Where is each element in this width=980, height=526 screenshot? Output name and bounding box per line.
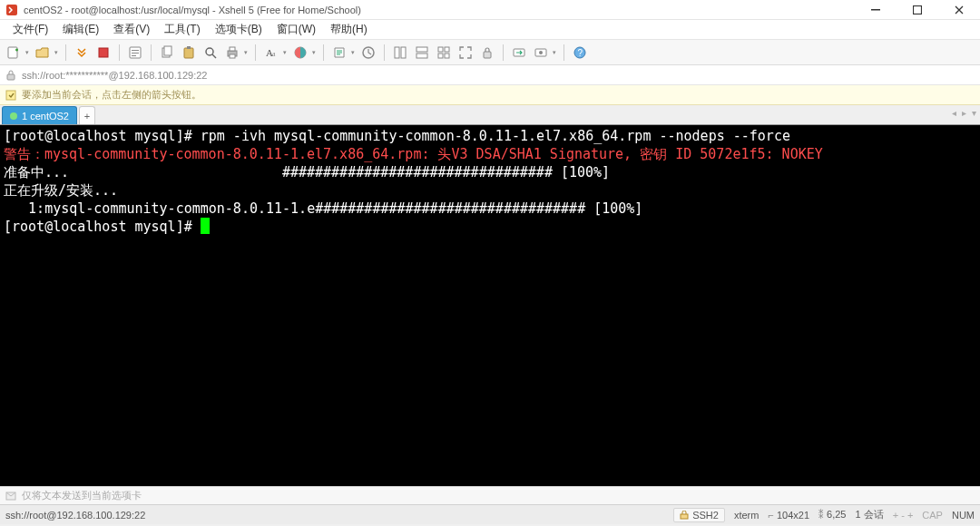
address-bar: ssh://root:***********@192.168.100.129:2… [0,65,980,85]
svg-rect-28 [445,54,449,58]
find-button[interactable] [201,43,220,63]
tile-h-button[interactable] [390,43,410,63]
status-ssh: SSH2 [673,508,725,522]
open-button[interactable] [33,43,53,63]
dropdown-icon[interactable]: ▾ [310,49,318,56]
menu-bar: 文件(F) 编辑(E) 查看(V) 工具(T) 选项卡(B) 窗口(W) 帮助(… [0,20,980,40]
svg-rect-6 [132,50,139,51]
separator [503,44,504,61]
svg-rect-36 [6,91,15,100]
disconnect-button[interactable] [93,43,113,63]
reconnect-button[interactable] [72,43,92,63]
dropdown-icon[interactable]: ▾ [551,49,558,56]
paste-button[interactable] [179,43,199,63]
dropdown-icon[interactable]: ▾ [24,49,31,56]
svg-rect-11 [184,48,193,58]
svg-rect-29 [484,52,491,58]
terminal[interactable]: [root@localhost mysql]# rpm -ivh mysql-c… [0,125,980,486]
menu-help[interactable]: 帮助(H) [323,20,375,39]
window-title: centOS2 - root@localhost:/usr/local/mysq… [24,5,361,15]
print-button[interactable] [222,43,242,63]
svg-rect-15 [230,47,235,51]
dropdown-icon[interactable]: ▾ [349,49,357,56]
separator [564,44,564,61]
info-icon [5,90,16,101]
separator [151,44,152,61]
svg-rect-25 [438,47,443,52]
status-term: xterm [734,510,760,521]
hint-text: 要添加当前会话，点击左侧的箭头按钮。 [22,88,201,102]
color-button[interactable] [290,43,310,63]
svg-rect-16 [230,54,235,58]
tile-grid-button[interactable] [434,43,454,63]
dropdown-icon[interactable]: ▾ [53,49,60,56]
tile-v-button[interactable] [412,43,432,63]
status-pos: ⁑ 6,25 [818,509,846,521]
title-bar: centOS2 - root@localhost:/usr/local/mysq… [0,0,980,20]
session-tab[interactable]: 1 centOS2 [2,106,77,124]
menu-view[interactable]: 查看(V) [106,20,157,39]
add-tab-button[interactable]: + [79,106,95,124]
svg-point-13 [206,48,213,55]
svg-rect-24 [416,54,427,58]
dropdown-icon[interactable]: ▾ [281,49,289,56]
menu-edit[interactable]: 编辑(E) [55,20,106,39]
svg-rect-7 [132,53,139,54]
fullscreen-button[interactable] [456,43,475,63]
status-plus: + - + [893,510,914,521]
status-num: NUM [952,510,975,521]
menu-file[interactable]: 文件(F) [5,20,55,39]
status-size: ⌐ 104x21 [768,510,809,521]
svg-rect-27 [438,54,443,58]
svg-rect-8 [132,55,136,56]
svg-text:?: ? [578,48,583,58]
svg-rect-10 [164,46,172,55]
svg-rect-2 [914,5,922,14]
app-icon [5,4,18,16]
hint-bar: 要添加当前会话，点击左侧的箭头按钮。 [0,85,980,105]
script-button[interactable] [329,43,349,63]
svg-rect-23 [416,47,427,52]
menu-tabs[interactable]: 选项卡(B) [208,20,270,39]
separator [384,44,385,61]
menu-tools[interactable]: 工具(T) [157,20,207,39]
svg-text:a: a [272,50,276,58]
new-session-button[interactable] [4,43,24,63]
send-icon [5,491,16,502]
menu-window[interactable]: 窗口(W) [270,20,323,39]
svg-rect-12 [187,46,191,49]
svg-point-32 [539,51,543,54]
lock-icon [5,70,16,81]
address-text[interactable]: ssh://root:***********@192.168.100.129:2… [22,70,975,81]
tab-bar: 1 centOS2 + ◂ ▸ ▾ [0,105,980,125]
help-button[interactable]: ? [570,43,590,63]
maximize-button[interactable] [897,0,938,20]
dropdown-icon[interactable]: ▾ [242,49,250,56]
status-cap: CAP [922,510,943,521]
separator [255,44,256,61]
connected-indicator-icon [10,112,17,120]
tab-nav-left-icon[interactable]: ◂ [952,108,956,118]
minimize-button[interactable] [855,0,897,20]
tab-menu-icon[interactable]: ▾ [972,108,976,118]
svg-rect-3 [8,47,17,58]
svg-rect-21 [395,47,399,58]
log-button[interactable] [358,43,378,63]
separator [323,44,324,61]
close-button[interactable] [938,0,980,20]
copy-button[interactable] [157,43,177,63]
xftp-button[interactable] [509,43,529,63]
toolbar: ▾ ▾ ▾ Aa ▾ ▾ ▾ ▾ ? [0,40,980,65]
lock-button[interactable] [477,43,497,63]
svg-rect-1 [871,9,880,11]
svg-rect-22 [401,47,406,58]
svg-rect-35 [7,74,15,80]
separator [119,44,120,61]
properties-button[interactable] [125,43,145,63]
font-button[interactable]: Aa [261,43,281,63]
svg-rect-38 [681,514,688,519]
xagent-button[interactable] [531,43,551,63]
tab-nav-right-icon[interactable]: ▸ [962,108,966,118]
separator [65,44,66,61]
send-bar-text: 仅将文本发送到当前选项卡 [22,489,142,502]
